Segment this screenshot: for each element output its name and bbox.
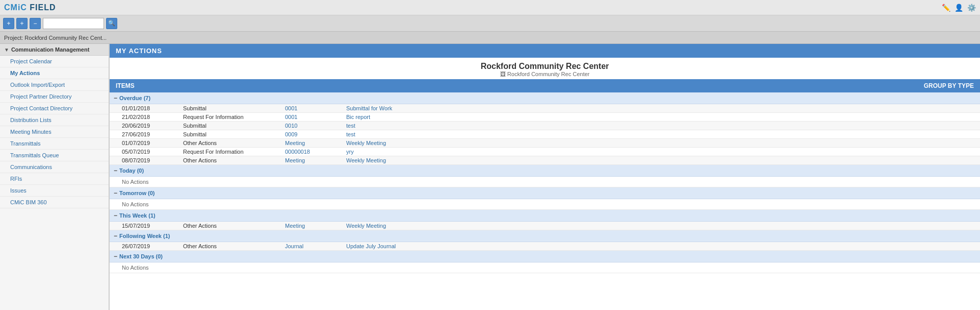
no-actions-row: No Actions [110, 177, 980, 187]
table-row: 08/07/2019 Other Actions Meeting Weekly … [110, 156, 980, 165]
row-ref-link[interactable]: 00000018 [285, 149, 346, 155]
section-label-following-week: Following Week (1) [119, 233, 170, 239]
row-desc-link[interactable]: test [346, 123, 976, 129]
image-placeholder-icon: 🖼 [500, 71, 506, 77]
table-row: 21/02/2018 Request For Information 0001 … [110, 113, 980, 122]
section-header-this-week[interactable]: − This Week (1) [110, 210, 980, 222]
table-row: 05/07/2019 Request For Information 00000… [110, 148, 980, 156]
items-label: ITEMS [116, 82, 135, 89]
section-collapse-icon: − [114, 189, 117, 197]
app-logo: CMiC FIELD [4, 3, 56, 12]
section-header-overdue[interactable]: − Overdue (7) [110, 92, 980, 104]
section-collapse-icon: − [114, 253, 117, 260]
row-ref-link[interactable]: 0001 [285, 114, 346, 120]
row-ref-link[interactable]: 0001 [285, 105, 346, 111]
row-ref-link[interactable]: Journal [285, 243, 346, 249]
sidebar-item-meeting-minutes[interactable]: Meeting Minutes [0, 126, 109, 138]
sidebar-item-rfis[interactable]: RFIs [0, 173, 109, 185]
sidebar-item-my-actions[interactable]: My Actions [0, 67, 109, 79]
row-desc-link[interactable]: Weekly Meeting [346, 140, 976, 146]
row-type: Request For Information [183, 149, 285, 155]
project-title-area: Rockford Community Rec Center 🖼 Rockford… [110, 58, 980, 79]
section-header-next-30-days[interactable]: − Next 30 Days (0) [110, 251, 980, 263]
row-date: 21/02/2018 [122, 114, 183, 120]
edit-icon[interactable]: ✏️ [942, 4, 950, 12]
row-ref-link[interactable]: Meeting [285, 157, 346, 163]
row-desc-link[interactable]: test [346, 131, 976, 137]
row-type: Other Actions [183, 157, 285, 163]
section-header-tomorrow[interactable]: − Tomorrow (0) [110, 187, 980, 199]
remove-button[interactable]: − [30, 18, 41, 29]
sidebar-item-project-calendar[interactable]: Project Calendar [0, 56, 109, 67]
section-label-this-week: This Week (1) [119, 212, 156, 219]
sidebar-section-label: Communication Management [11, 46, 89, 53]
row-ref-link[interactable]: Meeting [285, 140, 346, 146]
search-button[interactable]: 🔍 [106, 18, 117, 29]
content-area: MY ACTIONS Rockford Community Rec Center… [110, 44, 980, 310]
sidebar-item-communications[interactable]: Communications [0, 161, 109, 173]
row-type: Other Actions [183, 140, 285, 146]
sidebar-item-transmittals-queue[interactable]: Transmittals Queue [0, 150, 109, 161]
row-date: 01/01/2018 [122, 105, 183, 111]
sidebar: ▼ Communication Management Project Calen… [0, 44, 110, 310]
row-desc-link[interactable]: Weekly Meeting [346, 157, 976, 163]
table-row: 15/07/2019 Other Actions Meeting Weekly … [110, 222, 980, 230]
section-collapse-icon: − [114, 94, 117, 102]
sidebar-item-outlook-import[interactable]: Outlook Import/Export [0, 79, 109, 91]
sidebar-item-transmittals[interactable]: Transmittals [0, 138, 109, 150]
row-ref-link[interactable]: 0009 [285, 131, 346, 137]
section-label-next-30-days: Next 30 Days (0) [119, 253, 163, 259]
sidebar-section-header: ▼ Communication Management [0, 44, 109, 56]
toolbar: + + − 🔍 [0, 15, 980, 32]
row-desc-link[interactable]: Submittal for Work [346, 105, 976, 111]
project-label: Project: Rockford Community Rec Cent... [0, 32, 980, 44]
row-type: Request For Information [183, 114, 285, 120]
row-desc-link[interactable]: yry [346, 149, 976, 155]
no-actions-row: No Actions [110, 199, 980, 210]
row-type: Other Actions [183, 243, 285, 249]
section-label-tomorrow: Tomorrow (0) [119, 190, 154, 196]
row-date: 20/06/2019 [122, 123, 183, 129]
row-ref-link[interactable]: 0010 [285, 123, 346, 129]
table-row: 20/06/2019 Submittal 0010 test [110, 122, 980, 130]
actions-header: MY ACTIONS [110, 44, 980, 58]
row-type: Submittal [183, 131, 285, 137]
sidebar-items: Project CalendarMy ActionsOutlook Import… [0, 56, 109, 208]
project-subtitle-text: Rockford Community Rec Center [507, 71, 589, 77]
sidebar-item-issues[interactable]: Issues [0, 185, 109, 197]
topbar-icons: ✏️ 👤 ⚙️ [942, 4, 976, 12]
table-row: 26/07/2019 Other Actions Journal Update … [110, 242, 980, 251]
search-input[interactable] [43, 18, 104, 29]
sidebar-item-cmic-bim360[interactable]: CMiC BIM 360 [0, 197, 109, 208]
actions-title: MY ACTIONS [116, 47, 162, 55]
sections-container: − Overdue (7) 01/01/2018 Submittal 0001 … [110, 92, 980, 273]
row-desc-link[interactable]: Update July Journal [346, 243, 976, 249]
sidebar-item-distribution-lists[interactable]: Distribution Lists [0, 114, 109, 126]
section-header-today[interactable]: − Today (0) [110, 165, 980, 177]
user-icon[interactable]: 👤 [955, 4, 963, 12]
items-header: ITEMS GROUP BY TYPE [110, 79, 980, 92]
section-header-following-week[interactable]: − Following Week (1) [110, 230, 980, 242]
group-by-type-label[interactable]: GROUP BY TYPE [924, 82, 974, 89]
section-collapse-icon: − [114, 167, 117, 174]
row-type: Submittal [183, 123, 285, 129]
sidebar-item-project-partner-dir[interactable]: Project Partner Directory [0, 91, 109, 103]
project-title: Rockford Community Rec Center [110, 62, 980, 71]
row-date: 05/07/2019 [122, 149, 183, 155]
sidebar-item-project-contact-dir[interactable]: Project Contact Directory [0, 103, 109, 114]
settings-icon[interactable]: ⚙️ [967, 4, 976, 12]
table-row: 27/06/2019 Submittal 0009 test [110, 130, 980, 139]
add-button[interactable]: + [3, 18, 14, 29]
section-label-overdue: Overdue (7) [119, 95, 150, 101]
project-label-text: Project: Rockford Community Rec Cent... [4, 35, 107, 41]
row-ref-link[interactable]: Meeting [285, 223, 346, 229]
section-label-today: Today (0) [119, 168, 144, 174]
table-row: 01/01/2018 Submittal 0001 Submittal for … [110, 104, 980, 113]
row-desc-link[interactable]: Bic report [346, 114, 976, 120]
row-date: 26/07/2019 [122, 243, 183, 249]
row-date: 08/07/2019 [122, 157, 183, 163]
row-date: 27/06/2019 [122, 131, 183, 137]
new-button[interactable]: + [16, 18, 28, 29]
row-desc-link[interactable]: Weekly Meeting [346, 223, 976, 229]
table-row: 01/07/2019 Other Actions Meeting Weekly … [110, 139, 980, 148]
